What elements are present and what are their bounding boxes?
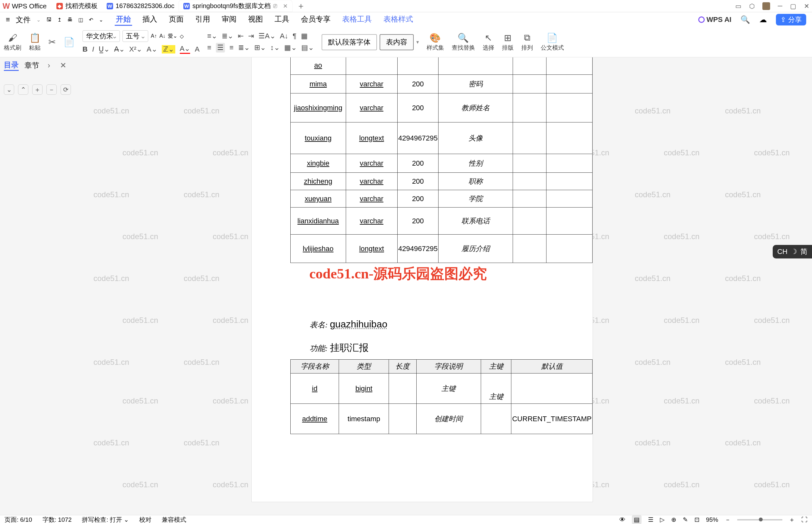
fullscreen-icon[interactable]: ⛶ [801,516,808,523]
strike-icon[interactable]: A̶⌄ [114,45,125,53]
table-content-style[interactable]: 表内容 [380,34,414,50]
print-icon[interactable]: 🖶 [67,17,72,22]
table-row[interactable]: xingbievarchar200性别 [291,154,593,173]
align-right-icon[interactable]: ≡ [229,44,234,52]
increase-indent-icon[interactable]: ⇥ [248,32,254,40]
table2-name-line[interactable]: 表名: guazhihuibao [310,319,387,330]
change-case-icon[interactable]: 愛⌄ [168,33,177,39]
bullets-icon[interactable]: ≡⌄ [207,32,217,40]
mtab-view[interactable]: 视图 [247,14,264,26]
align-left-icon[interactable]: ≡ [207,44,211,52]
decrease-font-icon[interactable]: A↓ [160,33,166,39]
document-viewport[interactable]: ▣ ⌄ ao mimavarchar200密码 jiaoshixingmingv… [94,58,799,515]
web-layout-icon[interactable]: ⊕ [671,516,676,523]
bold-icon[interactable]: B [82,45,88,53]
style-dropdown-icon[interactable]: ▾ [416,39,419,45]
field-code-icon[interactable]: ▦ [301,32,308,40]
align-center-icon[interactable]: ☰ [216,43,225,52]
close-tab-icon[interactable]: ✕ [283,3,288,10]
table-row[interactable]: lianxidianhuavarchar200联系电话 [291,208,593,234]
table-row[interactable]: ao [291,58,593,75]
search-icon[interactable]: 🔍 [741,15,750,24]
close-sidebar-icon[interactable]: ✕ [60,61,66,70]
screen-icon[interactable]: ⎚ [273,2,277,10]
underline-icon[interactable]: U̲⌄ [99,45,110,53]
default-paragraph-font-style[interactable]: 默认段落字体 [321,34,377,50]
table-row[interactable]: addtime timestamp 创建时间 CURRENT_TIMESTAMP [291,404,593,434]
paste-group[interactable]: 📋 粘贴 [29,33,40,52]
mtab-tools[interactable]: 工具 [273,14,291,26]
new-tab-button[interactable]: ＋ [292,0,310,12]
table-row[interactable]: touxianglongtext4294967295头像 [291,122,593,154]
cut-icon[interactable]: ✂ [48,37,56,47]
zoom-in-icon[interactable]: ＋ [789,515,795,524]
tab-doc2[interactable]: W springbootqn9fs数据库文档 ⎚ ✕ [179,0,292,12]
shading-icon[interactable]: ▦⌄ [284,44,297,52]
db-table-1[interactable]: ao mimavarchar200密码 jiaoshixingmingvarch… [290,58,593,263]
redo-icon[interactable]: ⌄ [99,17,103,23]
zoom-label[interactable]: 95% [706,516,718,523]
page-indicator[interactable]: 页面: 6/10 [4,515,32,524]
borders-icon[interactable]: ▤⌄ [301,44,314,52]
mtab-tabletools[interactable]: 表格工具 [341,14,373,26]
table-row[interactable]: jiaoshixingmingvarchar200教师姓名 [291,94,593,122]
preview-icon[interactable]: ◫ [78,17,83,23]
mtab-tablestyle[interactable]: 表格样式 [382,14,414,26]
expand-down-icon[interactable]: ⌄ [4,84,14,95]
collapse-up-icon[interactable]: ⌃ [18,84,28,95]
zoom-slider[interactable] [737,519,782,521]
wps-ai-button[interactable]: WPS AI [698,15,731,24]
maximize-icon[interactable]: ▢ [790,2,796,10]
find-replace-button[interactable]: 🔍 查找替换 [452,33,475,52]
export-icon[interactable]: ↥ [57,17,62,23]
insert-symbol-icon[interactable]: ¶ [293,32,296,40]
cube-icon[interactable]: ⬡ [749,2,755,10]
refresh-icon[interactable]: ⟳ [61,84,71,95]
text-direction-icon[interactable]: ☰A⌄ [259,32,276,40]
highlight-icon[interactable]: ℤ⌄ [162,45,175,53]
undo-icon[interactable]: ↶ [89,17,93,23]
mtab-start[interactable]: 开始 [115,14,132,26]
play-icon[interactable]: ▷ [660,516,665,523]
close-window-icon[interactable]: ✕ [804,2,809,10]
multi-window-icon[interactable]: ▭ [735,2,742,10]
table2-func-line[interactable]: 功能: 挂职汇报 [310,341,369,355]
font-color-icon[interactable]: A⌄ [180,45,190,54]
share-button[interactable]: ⇪ 分享 [776,14,806,26]
table-row[interactable]: id bigint 主键 主键 [291,374,593,404]
increase-font-icon[interactable]: A↑ [151,33,157,39]
mtab-insert[interactable]: 插入 [141,14,159,26]
zoom-slider-thumb[interactable] [759,518,763,521]
superscript-icon[interactable]: X²⌄ [129,45,142,53]
table-row[interactable]: lvlijieshaolongtext4294967295履历介绍 [291,234,593,263]
tab-template[interactable]: ◆ 找稻壳模板 [52,0,102,12]
sidebar-tab-chapter[interactable]: 章节 [24,61,39,70]
select-button[interactable]: ↖ 选择 [483,33,494,52]
sort-icon[interactable]: A↓ [280,32,288,40]
mtab-ref[interactable]: 引用 [194,14,211,26]
format-brush-group[interactable]: 🖌 格式刷 [4,33,21,52]
db-table-2[interactable]: 字段名称 类型 长度 字段说明 主键 默认值 id bigint 主键 主键 a… [290,359,593,434]
outline-view-icon[interactable]: ☰ [648,516,653,523]
mtab-page[interactable]: 页面 [168,14,185,26]
sidebar-tab-toc[interactable]: 目录 [4,60,19,71]
word-count[interactable]: 字数: 1072 [43,515,72,524]
numbering-icon[interactable]: ≣⌄ [222,32,233,40]
cloud-icon[interactable]: ☁ [759,15,767,24]
tab-doc1[interactable]: W 1678632825306.doc [102,0,179,12]
table-row[interactable]: mimavarchar200密码 [291,75,593,94]
decrease-indent-icon[interactable]: ⇤ [238,32,244,40]
table-header-row[interactable]: 字段名称 类型 长度 字段说明 主键 默认值 [291,360,593,374]
add-item-icon[interactable]: ＋ [32,84,43,95]
char-border-icon[interactable]: A⌄ [147,45,157,53]
font-size-select[interactable]: 五号 ⌄ [122,30,148,42]
char-shading-icon[interactable]: A [195,45,199,53]
avatar-icon[interactable] [762,2,770,10]
print-layout-icon[interactable]: ▤ [632,515,642,524]
table-row[interactable]: zhichengvarchar200职称 [291,173,593,190]
brush-icon[interactable]: ✎ [683,516,688,523]
ime-badge[interactable]: CH ☽ 简 [773,245,812,259]
typeset-button[interactable]: ⊞ 排版 [502,33,514,52]
reading-view-icon[interactable]: 👁 [619,516,626,523]
mtab-review[interactable]: 审阅 [220,14,238,26]
